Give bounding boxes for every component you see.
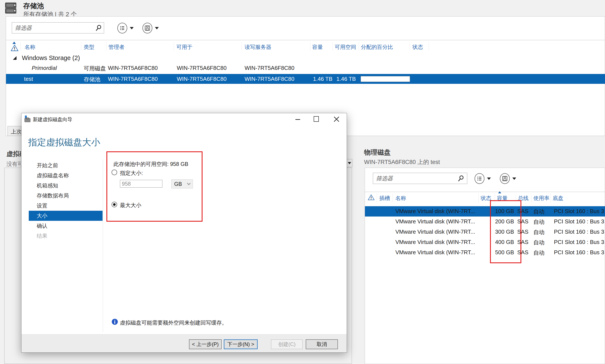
pool-available-to: WIN-7RT5A6F8C80 (177, 76, 227, 82)
disk-name: VMware Virtual disk (WIN-7RT... (395, 239, 475, 246)
disk-chassis: PCI Slot 160 : Bus 3 : (554, 208, 605, 215)
last-refresh-fragment[interactable]: 上次 (8, 126, 21, 136)
disk-name: VMware Virtual disk (WIN-7RT... (395, 208, 475, 215)
disk-row[interactable]: VMware Virtual disk (WIN-7RT... 300 GB S… (365, 227, 605, 237)
col-header-capacity[interactable]: 容量 (312, 43, 323, 51)
wizard-heading: 指定虚拟磁盘大小 (28, 136, 100, 148)
pool-available-to: WIN-7RT5A6F8C80 (177, 65, 227, 71)
close-button[interactable] (330, 115, 343, 123)
column-divider (106, 42, 107, 51)
step-before-you-begin[interactable]: 开始之前 (29, 160, 103, 170)
col-header-status[interactable]: 状态 (412, 43, 423, 51)
pool-type: 可用磁盘 (84, 65, 106, 72)
disk-name: VMware Virtual disk (WIN-7RT... (395, 249, 475, 256)
search-icon (95, 25, 102, 31)
disk-row[interactable]: VMware Virtual disk (WIN-7RT... 200 GB S… (365, 217, 605, 227)
column-divider (310, 42, 310, 51)
col-header-type[interactable]: 类型 (84, 43, 94, 51)
disks-filter-input[interactable] (373, 173, 467, 184)
physical-disks-title: 物理磁盘 (364, 148, 391, 157)
wizard-steps: 开始之前 虚拟磁盘名称 机箱感知 存储数据布局 设置 大小 确认 结果 (29, 160, 103, 241)
dialog-title: 新建虚拟磁盘向导 (33, 116, 72, 123)
disk-name: VMware Virtual disk (WIN-7RT... (395, 218, 475, 225)
col-header-free-space[interactable]: 可用空间 (335, 43, 356, 51)
pools-filter-input[interactable] (12, 22, 104, 33)
list-view-caret-icon[interactable] (487, 178, 491, 180)
last-refresh-label: 上次 (11, 128, 21, 135)
pool-type: 存储池 (84, 76, 100, 83)
allocation-progress-bar (361, 76, 410, 82)
column-divider (478, 193, 479, 202)
column-divider (81, 42, 81, 51)
disk-chassis: PCI Slot 160 : Bus 3 : (554, 249, 605, 256)
alert-column-icon[interactable] (11, 45, 18, 52)
disk-usage: 自动 (533, 208, 544, 215)
list-icon (477, 176, 482, 181)
step-virtual-disk-name[interactable]: 虚拟磁盘名称 (29, 170, 103, 181)
col-header-manager[interactable]: 管理者 (108, 43, 124, 51)
new-virtual-disk-wizard-dialog: 新建虚拟磁盘向导 指定虚拟磁盘大小 开始之前 虚拟磁盘名称 机箱感知 存储数据布… (21, 113, 347, 353)
col-header-rw-server[interactable]: 读写服务器 (244, 43, 271, 51)
step-storage-layout[interactable]: 存储数据布局 (29, 191, 103, 201)
col-header-available-to[interactable]: 可用于 (176, 43, 192, 51)
list-view-button[interactable] (117, 23, 127, 33)
next-button[interactable]: 下一步(N) > (224, 339, 258, 349)
table-row-selected[interactable]: test 存储池 WIN-7RT5A6F8C80 WIN-7RT5A6F8C80… (6, 74, 605, 84)
screen: 存储池 所有存储池 | 共 2 个 名称 类型 管理者 可用于 读写服务器 容量… (0, 0, 605, 364)
maximize-icon (314, 116, 319, 122)
disk-row[interactable]: VMware Virtual disk (WIN-7RT... 400 GB S… (365, 237, 605, 247)
pool-name: test (24, 76, 33, 82)
group-expand-icon[interactable] (13, 56, 16, 60)
previous-button[interactable]: < 上一步(P) (189, 339, 222, 349)
col-header-name[interactable]: 名称 (395, 195, 406, 202)
group-row-label[interactable]: Windows Storage (2) (22, 54, 80, 62)
save-view-caret-icon[interactable] (512, 178, 516, 180)
column-divider (174, 42, 174, 51)
info-icon (112, 319, 118, 325)
col-header-name[interactable]: 名称 (25, 43, 35, 51)
table-row[interactable]: Primordial 可用磁盘 WIN-7RT5A6F8C80 WIN-7RT5… (0, 64, 605, 72)
physical-disks-subtitle: WIN-7RT5A6F8C80 上的 test (364, 158, 440, 166)
page-title: 存储池 (23, 1, 44, 11)
column-divider (377, 193, 377, 202)
virtual-disks-title: 虚拟磁盘 (6, 150, 21, 158)
alert-column-icon[interactable] (368, 194, 375, 201)
save-view-button[interactable] (142, 23, 152, 33)
disk-row-selected[interactable]: VMware Virtual disk (WIN-7RT... 100 GB S… (365, 206, 605, 217)
column-divider (20, 42, 21, 51)
minimize-button[interactable] (291, 115, 304, 123)
col-header-percent-allocated[interactable]: 分配的百分比 (361, 43, 393, 51)
step-confirmation[interactable]: 确认 (29, 221, 103, 231)
virtual-disks-note: 没有可用 (6, 160, 21, 168)
save-icon (502, 176, 507, 181)
column-divider (551, 193, 551, 202)
col-header-usage[interactable]: 使用率 (533, 195, 550, 202)
maximize-button[interactable] (310, 115, 323, 123)
disk-usage: 自动 (533, 239, 544, 246)
column-divider (393, 193, 393, 202)
disk-chassis: PCI Slot 160 : Bus 3 : (554, 229, 605, 235)
step-provisioning[interactable]: 设置 (29, 201, 103, 211)
disk-chassis: PCI Slot 160 : Bus 3 : (554, 218, 605, 225)
col-header-chassis[interactable]: 底盘 (553, 195, 563, 202)
size-options-annotation-box (107, 151, 202, 222)
save-view-button[interactable] (500, 173, 510, 184)
col-header-status[interactable]: 状态 (481, 195, 491, 202)
step-enclosure-awareness[interactable]: 机箱感知 (29, 181, 103, 191)
cancel-button[interactable]: 取消 (306, 339, 338, 349)
capacity-annotation-box (490, 200, 521, 263)
column-divider (429, 42, 429, 51)
list-view-caret-icon[interactable] (130, 27, 134, 29)
step-size-active[interactable]: 大小 (29, 211, 103, 221)
col-header-slot[interactable]: 插槽 (379, 195, 390, 202)
sort-ascending-icon[interactable] (13, 42, 16, 44)
minimize-icon (296, 119, 300, 120)
disk-row[interactable]: VMware Virtual disk (WIN-7RT... 500 GB S… (365, 247, 605, 258)
wizard-window-icon (25, 115, 31, 123)
close-icon (334, 116, 339, 122)
info-text: 虚拟磁盘可能需要额外空间来创建回写缓存。 (120, 319, 227, 326)
pool-manager: WIN-7RT5A6F8C80 (108, 76, 158, 82)
save-view-caret-icon[interactable] (155, 27, 159, 29)
search-icon (457, 175, 464, 182)
list-view-button[interactable] (475, 173, 484, 184)
